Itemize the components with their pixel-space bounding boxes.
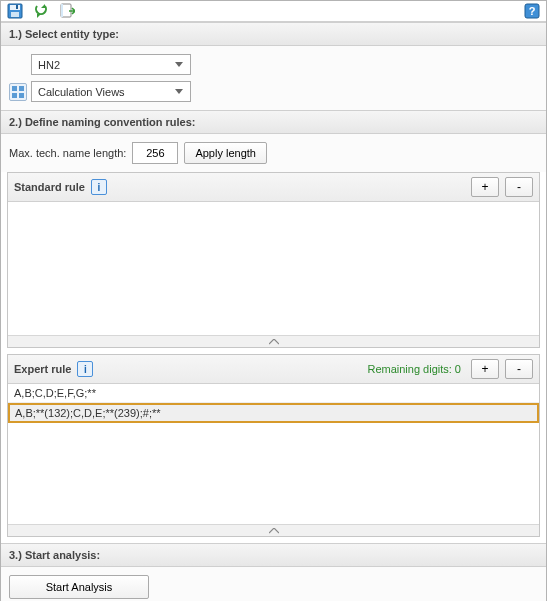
system-select[interactable]: HN2: [31, 54, 191, 75]
save-button[interactable]: [5, 1, 25, 21]
standard-rule-info-button[interactable]: i: [91, 179, 107, 195]
grid-icon: [12, 86, 24, 98]
section1-title: 1.) Select entity type:: [9, 28, 119, 40]
start-analysis-button[interactable]: Start Analysis: [9, 575, 149, 599]
standard-rule-title: Standard rule: [14, 181, 85, 193]
expert-rule-body[interactable]: A,B;C,D;E,F,G;**A,B;**(132);C,D,E;**(239…: [8, 384, 539, 524]
svg-text:?: ?: [529, 5, 536, 17]
svg-rect-9: [12, 93, 17, 98]
entity-type-icon-button[interactable]: [9, 83, 27, 101]
svg-rect-1: [10, 5, 20, 10]
section3-header: 3.) Start analysis:: [1, 543, 546, 567]
expert-rule-expander[interactable]: [8, 524, 539, 536]
svg-rect-7: [12, 86, 17, 91]
standard-rule-body[interactable]: [8, 202, 539, 335]
expert-rule-row[interactable]: A,B;**(132);C,D,E;**(239);#;**: [8, 403, 539, 423]
expert-rule-panel: Expert rule i Remaining digits: 0 + - A,…: [7, 354, 540, 537]
info-icon: i: [98, 182, 101, 193]
standard-rule-remove-button[interactable]: -: [505, 177, 533, 197]
svg-rect-8: [19, 86, 24, 91]
expert-rule-title: Expert rule: [14, 363, 71, 375]
section3-body: Start Analysis: [1, 567, 546, 601]
remaining-digits-label: Remaining digits: 0: [367, 363, 461, 375]
system-select-value: HN2: [38, 59, 172, 71]
entity-type-select[interactable]: Calculation Views: [31, 81, 191, 102]
save-icon: [7, 3, 23, 19]
svg-rect-3: [16, 5, 18, 9]
standard-rule-add-button[interactable]: +: [471, 177, 499, 197]
info-icon: i: [84, 364, 87, 375]
expert-rule-info-button[interactable]: i: [77, 361, 93, 377]
apply-length-button[interactable]: Apply length: [184, 142, 267, 164]
help-button[interactable]: ?: [522, 1, 542, 21]
standard-rule-expander[interactable]: [8, 335, 539, 347]
chevron-down-icon: [172, 62, 186, 68]
section2-title: 2.) Define naming convention rules:: [9, 116, 195, 128]
section1-body: HN2 Calculation Views: [1, 46, 546, 110]
max-length-row: Max. tech. name length: Apply length: [1, 134, 546, 172]
section1-header: 1.) Select entity type:: [1, 22, 546, 46]
standard-rule-header: Standard rule i + -: [8, 173, 539, 202]
section3-title: 3.) Start analysis:: [9, 549, 100, 561]
section2-header: 2.) Define naming convention rules:: [1, 110, 546, 134]
refresh-icon: [33, 3, 49, 19]
export-icon: [59, 3, 75, 19]
expert-rule-header: Expert rule i Remaining digits: 0 + -: [8, 355, 539, 384]
max-length-label: Max. tech. name length:: [9, 147, 126, 159]
chevron-up-icon: [269, 528, 279, 534]
chevron-up-icon: [269, 339, 279, 345]
expert-rule-add-button[interactable]: +: [471, 359, 499, 379]
svg-rect-10: [19, 93, 24, 98]
entity-type-select-value: Calculation Views: [38, 86, 172, 98]
refresh-button[interactable]: [31, 1, 51, 21]
expert-rule-row[interactable]: A,B;C,D;E,F,G;**: [8, 384, 539, 403]
chevron-down-icon: [172, 89, 186, 95]
max-length-input[interactable]: [132, 142, 178, 164]
svg-rect-2: [11, 12, 19, 17]
standard-rule-panel: Standard rule i + -: [7, 172, 540, 348]
export-button[interactable]: [57, 1, 77, 21]
expert-rule-remove-button[interactable]: -: [505, 359, 533, 379]
help-icon: ?: [524, 3, 540, 19]
toolbar: ?: [1, 1, 546, 22]
app-root: ? 1.) Select entity type: HN2: [0, 0, 547, 601]
